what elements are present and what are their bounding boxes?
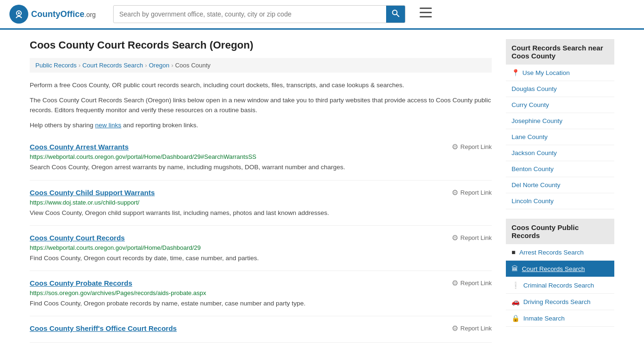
report-link-4[interactable]: ⚙ Report Link <box>452 324 492 333</box>
breadcrumb-coos-county: Coos County <box>175 62 210 69</box>
intro-paragraph-1: Perform a free Coos County, OR public co… <box>30 80 492 90</box>
use-my-location-item[interactable]: 📍 Use My Location <box>506 65 614 81</box>
site-header: CountyOffice.org <box>0 0 644 30</box>
record-desc-0: Search Coos County, Oregon arrest warran… <box>30 163 492 172</box>
pub-records-criminal[interactable]: ❕ Criminal Records Search <box>506 277 614 294</box>
menu-icon[interactable] <box>420 8 432 21</box>
search-button[interactable] <box>386 6 405 23</box>
report-link-2[interactable]: ⚙ Report Link <box>452 233 492 242</box>
public-records-list: ■ Arrest Records Search 🏛 Court Records … <box>506 244 614 327</box>
nearby-county-lane[interactable]: Lane County <box>506 129 614 145</box>
report-icon-2: ⚙ <box>452 233 458 242</box>
record-title-1[interactable]: Coos County Child Support Warrants <box>30 189 155 197</box>
logo-icon <box>9 5 28 24</box>
search-input[interactable] <box>114 7 386 22</box>
sidebar: Court Records Search near Coos County 📍 … <box>506 39 614 343</box>
nearby-county-benton[interactable]: Benton County <box>506 161 614 177</box>
svg-rect-4 <box>420 8 432 9</box>
report-link-1[interactable]: ⚙ Report Link <box>452 188 492 197</box>
intro-paragraph-2: The Coos County Court Records Search (Or… <box>30 95 492 115</box>
location-icon: 📍 <box>512 69 520 76</box>
record-url-1[interactable]: https://www.doj.state.or.us/child-suppor… <box>30 199 492 206</box>
record-title-4[interactable]: Coos County Sheriff's Office Court Recor… <box>30 324 177 332</box>
nearby-county-curry[interactable]: Curry County <box>506 97 614 113</box>
record-url-2[interactable]: https://webportal.courts.oregon.gov/port… <box>30 244 492 251</box>
nearby-county-douglas[interactable]: Douglas County <box>506 81 614 97</box>
intro-paragraph-3: Help others by sharing new links and rep… <box>30 120 492 131</box>
svg-line-3 <box>396 14 399 16</box>
record-title-3[interactable]: Coos County Probate Records <box>30 279 132 287</box>
breadcrumb: Public Records › Court Records Search › … <box>30 58 492 73</box>
record-title-0[interactable]: Coos County Arrest Warrants <box>30 143 129 151</box>
use-my-location-link[interactable]: 📍 Use My Location <box>506 65 614 81</box>
pub-records-inmate[interactable]: 🔒 Inmate Search <box>506 310 614 327</box>
report-icon-4: ⚙ <box>452 324 458 333</box>
record-url-0[interactable]: https://webportal.courts.oregon.gov/port… <box>30 153 492 160</box>
breadcrumb-oregon[interactable]: Oregon <box>149 62 169 69</box>
record-desc-1: View Coos County, Oregon child support w… <box>30 208 492 218</box>
record-item: Coos County Court Records ⚙ Report Link … <box>30 226 492 271</box>
nearby-county-list: 📍 Use My Location Douglas County Curry C… <box>506 65 614 209</box>
nearby-county-josephine[interactable]: Josephine County <box>506 113 614 129</box>
report-icon-3: ⚙ <box>452 279 458 288</box>
court-icon: 🏛 <box>512 265 518 272</box>
new-links-link[interactable]: new links <box>95 122 122 129</box>
nearby-county-lincoln[interactable]: Lincoln County <box>506 193 614 209</box>
report-icon-1: ⚙ <box>452 188 458 197</box>
svg-rect-6 <box>420 16 432 17</box>
report-link-0[interactable]: ⚙ Report Link <box>452 142 492 151</box>
record-title-2[interactable]: Coos County Court Records <box>30 234 125 242</box>
pub-records-driving[interactable]: 🚗 Driving Records Search <box>506 294 614 310</box>
breadcrumb-public-records[interactable]: Public Records <box>35 62 76 69</box>
public-records-section-title: Coos County Public Records <box>506 219 614 244</box>
nearby-county-del-norte[interactable]: Del Norte County <box>506 177 614 193</box>
report-icon-0: ⚙ <box>452 142 458 151</box>
criminal-icon: ❕ <box>512 281 520 289</box>
record-item: Coos County Sheriff's Office Court Recor… <box>30 316 492 343</box>
records-list: Coos County Arrest Warrants ⚙ Report Lin… <box>30 135 492 343</box>
logo-area: CountyOffice.org <box>9 5 104 24</box>
svg-point-1 <box>18 12 20 14</box>
arrest-icon: ■ <box>512 248 515 256</box>
logo-text: CountyOffice.org <box>31 9 96 19</box>
record-desc-2: Find Coos County, Oregon court records b… <box>30 254 492 263</box>
inmate-icon: 🔒 <box>512 314 520 322</box>
record-item: Coos County Arrest Warrants ⚙ Report Lin… <box>30 135 492 180</box>
breadcrumb-court-records-search[interactable]: Court Records Search <box>83 62 143 69</box>
page-title: Coos County Court Records Search (Oregon… <box>30 39 492 51</box>
main-content: Coos County Court Records Search (Oregon… <box>30 39 492 343</box>
record-url-3[interactable]: https://sos.oregon.gov/archives/Pages/re… <box>30 289 492 296</box>
nearby-county-jackson[interactable]: Jackson County <box>506 145 614 161</box>
record-item: Coos County Child Support Warrants ⚙ Rep… <box>30 181 492 226</box>
nearby-section-title: Court Records Search near Coos County <box>506 39 614 65</box>
driving-icon: 🚗 <box>512 298 520 305</box>
report-link-3[interactable]: ⚙ Report Link <box>452 279 492 288</box>
record-item: Coos County Probate Records ⚙ Report Lin… <box>30 271 492 316</box>
search-bar <box>113 5 405 23</box>
pub-records-court[interactable]: 🏛 Court Records Search <box>506 261 614 277</box>
pub-records-arrest[interactable]: ■ Arrest Records Search <box>506 244 614 261</box>
record-desc-3: Find Coos County, Oregon probate records… <box>30 299 492 308</box>
svg-rect-5 <box>420 12 432 13</box>
